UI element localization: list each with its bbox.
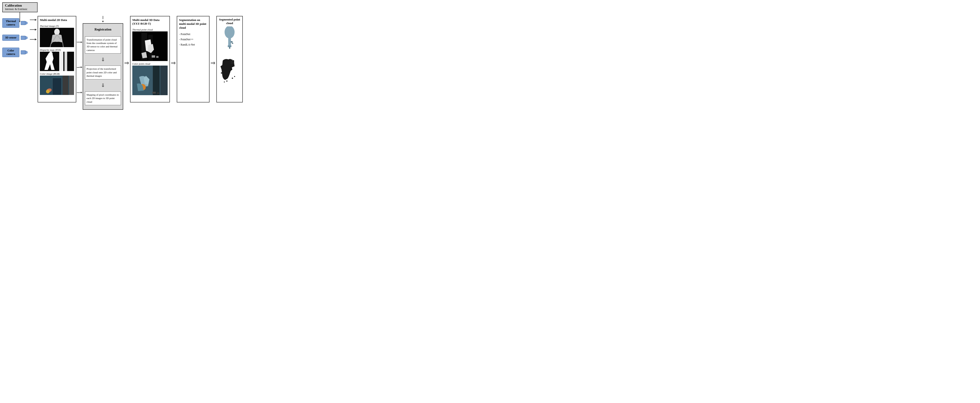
color-camera-label: Colorcamera [2, 48, 19, 57]
registration-wrapper: ▼ Registration Transformation of point c… [83, 16, 123, 110]
svg-rect-4 [21, 51, 25, 54]
segmentation-title: Segmentation on multi-modal 3D point clo… [179, 18, 207, 30]
color-image-label: Color image (RGB) [40, 72, 74, 75]
arrow-2d-reg-line-1 [77, 42, 80, 42]
3d-sensor-icon [21, 35, 27, 40]
seg-method-2: - PointNet++ [179, 38, 207, 41]
2d-to-reg-arrows: ⇒ ⇒ ⇒ [76, 16, 83, 110]
thermal-image-label: Thermal image (T) [40, 25, 74, 27]
segmented-cloud-title: Segmented point cloud [218, 18, 241, 25]
sensors-column: Thermalcamera 3D sensor Colorcamera [2, 18, 27, 57]
reg-step-1: Transformation of point cloud from the c… [85, 36, 121, 54]
registration-title: Registration [85, 28, 121, 32]
multimodal-3d-title: Multi-modal 3D Data(XYZ-RGB-T) [132, 18, 168, 25]
svg-rect-22 [156, 56, 159, 58]
color-cloud-placeholder [132, 65, 168, 95]
arrow-head-2: ▶ [35, 28, 37, 31]
svg-rect-31 [228, 38, 231, 46]
seg-method-3: - RandLA-Net [179, 43, 207, 46]
reg-to-3d-arrow: ⇒ [123, 59, 130, 67]
arrow-color-to-2d: ▶ [30, 38, 37, 41]
svg-rect-15 [52, 78, 62, 95]
arrow-head-3: ▶ [35, 38, 37, 41]
svg-rect-33 [231, 41, 232, 43]
arrow-2d-reg-3: ⇒ [77, 90, 82, 95]
thermal-cloud-label: Thermal point cloud [132, 28, 168, 31]
thermal-image-section: Thermal image (T) [40, 25, 74, 47]
reg-step-2: Projection of the transformed point clou… [85, 65, 121, 79]
seg-method-1: - PointNet [179, 33, 207, 36]
thermal-image-svg [40, 28, 74, 47]
svg-rect-27 [152, 92, 156, 94]
svg-rect-43 [221, 72, 222, 73]
svg-rect-37 [231, 59, 232, 64]
svg-marker-3 [25, 36, 27, 40]
svg-rect-0 [21, 21, 25, 25]
thermal-cloud-section: Thermal point cloud [132, 28, 168, 61]
arrow-2d-reg-line-2 [77, 67, 80, 68]
calib-reg-vertical [103, 16, 103, 19]
color-cloud-section: Color point cloud [132, 62, 168, 95]
segmented-bottom-object-svg [218, 56, 241, 88]
arrow-2d-reg-2: ⇒ [77, 65, 82, 69]
main-diagram: Calibration Intrinsic & Extrinsic ▼ Ther… [2, 2, 243, 110]
thermal-image-placeholder [40, 28, 74, 47]
svg-rect-25 [160, 65, 168, 95]
disparity-image-svg [40, 52, 74, 71]
arrow-2d-reg-head-2: ⇒ [80, 65, 82, 69]
svg-rect-35 [229, 46, 230, 49]
svg-rect-21 [152, 56, 155, 58]
3d-to-seg-arrow: ⇒ [170, 59, 177, 67]
thermal-cloud-svg [132, 32, 168, 61]
arrow-thermal-to-2d: ▶ [30, 18, 37, 21]
segmented-cloud-panel: Segmented point cloud [216, 16, 243, 102]
disparity-image-placeholder [40, 52, 74, 71]
svg-rect-42 [234, 76, 235, 77]
svg-rect-41 [232, 78, 233, 79]
arrow-2d-reg-head-3: ⇒ [80, 90, 82, 95]
svg-point-11 [49, 52, 52, 56]
thermal-camera-label: Thermalcamera [2, 18, 19, 28]
reg-step-3: Mapping of pixel coordinates in each 2D … [85, 92, 121, 105]
calib-horiz-placeholder [19, 16, 20, 16]
arrow-3d-to-2d: ▶ [30, 28, 37, 31]
sensor-color: Colorcamera [2, 48, 27, 57]
disparity-map-label: Disparity map (XYZ) [40, 49, 74, 51]
calib-down-arrow: ▼ [18, 20, 21, 23]
calib-reg-arrowhead-row: ▼ [83, 20, 123, 23]
color-image-section: Color image (RGB) [40, 72, 74, 95]
reg-down-arrow-2: ⇓ [85, 83, 121, 88]
segmented-top-object-svg [218, 26, 241, 56]
registration-panel: Registration Transformation of point clo… [83, 23, 123, 110]
sensor-to-2d-arrows: ▶ ▶ ▶ [30, 18, 37, 41]
calib-reg-arrowhead: ▼ [102, 20, 104, 23]
arrow-line-3 [30, 39, 35, 40]
svg-rect-28 [157, 92, 159, 94]
svg-rect-34 [232, 43, 233, 44]
color-camera-icon [21, 50, 27, 55]
svg-rect-24 [153, 65, 160, 95]
arrow-2d-reg-line-3 [77, 92, 80, 93]
multimodal-2d-title: Multi-modal 2D Data [40, 18, 74, 22]
svg-point-7 [54, 29, 60, 35]
disparity-map-section: Disparity map (XYZ) [40, 49, 74, 71]
calib-vertical-line [19, 12, 20, 21]
seg-to-output-arrow: ⇒ [210, 59, 216, 67]
svg-rect-38 [232, 60, 234, 64]
svg-marker-1 [25, 21, 27, 25]
arrow-line-1 [30, 20, 35, 20]
svg-point-17 [46, 90, 50, 94]
sensor-thermal: Thermalcamera [2, 18, 27, 28]
calibration-title: Calibration [5, 4, 35, 8]
3d-sensor-label: 3D sensor [2, 35, 19, 41]
color-image-svg [40, 76, 74, 95]
main-row: Thermalcamera 3D sensor Colorcamera [2, 16, 243, 110]
arrow-2d-reg-head-1: ⇒ [80, 40, 82, 44]
svg-rect-10 [64, 52, 67, 71]
arrow-line-2 [30, 29, 35, 30]
svg-rect-2 [21, 36, 25, 40]
thermal-camera-icon [21, 21, 27, 25]
segmentation-panel: Segmentation on multi-modal 3D point clo… [177, 16, 210, 102]
multimodal-2d-panel: Multi-modal 2D Data Thermal image (T) [38, 16, 76, 102]
svg-rect-9 [59, 52, 63, 71]
